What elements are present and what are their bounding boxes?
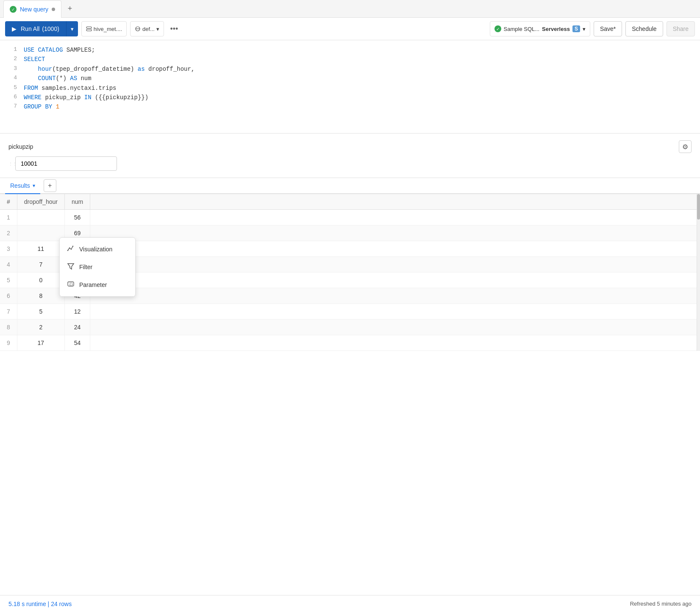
code-line-5: 5 FROM samples.nyctaxi.trips — [0, 83, 700, 93]
cell-dropoff-hour: 8 — [17, 288, 64, 304]
cell-dropoff-hour: 5 — [17, 304, 64, 320]
chart-icon — [67, 245, 75, 254]
results-chevron-icon — [33, 183, 35, 189]
save-button[interactable]: Save* — [594, 21, 622, 36]
check-circle-icon: ✓ — [494, 25, 501, 32]
parameter-settings-button[interactable]: ⚙ — [679, 140, 692, 153]
cell-dropoff-hour: 2 — [17, 320, 64, 335]
cell-dropoff-hour — [17, 210, 64, 225]
more-options-button[interactable]: ••• — [167, 22, 181, 36]
svg-text:{}: {} — [69, 283, 73, 287]
cell-row-num: 7 — [0, 304, 17, 320]
cell-dropoff-hour: 7 — [17, 257, 64, 273]
code-line-6: 6 WHERE pickup_zip IN ({{pickupzip}}) — [0, 93, 700, 102]
cell-row-num: 9 — [0, 335, 17, 351]
parameter-area: pickupzip ⚙ ⋮⋮ — [0, 134, 700, 178]
svg-rect-1 — [86, 29, 92, 31]
serverless-chevron-icon — [583, 26, 586, 32]
svg-point-5 — [69, 248, 70, 248]
cell-dropoff-hour: 0 — [17, 273, 64, 288]
table-row: 1 56 — [0, 210, 700, 225]
code-line-3: 3 hour(tpep_dropoff_datetime) as dropoff… — [0, 64, 700, 74]
cell-num-val: 12 — [64, 304, 90, 320]
cell-row-num: 3 — [0, 241, 17, 257]
cell-row-num: 2 — [0, 225, 17, 241]
tab-add-button[interactable]: + — [63, 2, 77, 16]
svg-marker-8 — [68, 264, 74, 269]
run-button-group: Run All (1000) — [5, 21, 78, 36]
parameter-label: Parameter — [79, 281, 107, 288]
cell-empty — [90, 241, 700, 257]
cell-empty — [90, 273, 700, 288]
tab-modified-dot — [52, 8, 55, 11]
cell-num-val: 56 — [64, 210, 90, 225]
drag-handle[interactable]: ⋮⋮ — [8, 161, 14, 166]
dropdown-item-filter[interactable]: Filter — [60, 258, 135, 276]
tab-check-icon: ✓ — [10, 6, 17, 13]
run-dropdown-button[interactable] — [66, 21, 78, 36]
cell-empty — [90, 335, 700, 351]
schema-icon — [135, 26, 141, 32]
scroll-track[interactable] — [697, 194, 700, 351]
code-line-4: 4 COUNT(*) AS num — [0, 74, 700, 83]
code-line-2: 2 SELECT — [0, 55, 700, 64]
cell-row-num: 6 — [0, 288, 17, 304]
table-row: 9 17 54 — [0, 335, 700, 351]
schema-chevron-icon — [156, 26, 159, 32]
cell-empty — [90, 320, 700, 335]
run-all-button[interactable]: Run All (1000) — [5, 21, 66, 36]
toolbar: Run All (1000) hive_met.... def... ••• ✓… — [0, 18, 700, 40]
cell-dropoff-hour: 17 — [17, 335, 64, 351]
cell-empty — [90, 210, 700, 225]
parameter-label: pickupzip — [8, 143, 33, 150]
refreshed-text: Refreshed 5 minutes ago — [630, 601, 692, 607]
filter-label: Filter — [79, 264, 92, 270]
parameter-input[interactable] — [15, 156, 117, 171]
add-tab-button[interactable]: + — [44, 179, 56, 192]
cell-empty — [90, 288, 700, 304]
filter-icon — [67, 262, 75, 272]
schedule-button[interactable]: Schedule — [625, 21, 663, 36]
database-icon — [86, 26, 92, 32]
cell-num-val: 54 — [64, 335, 90, 351]
col-header-empty — [90, 194, 700, 210]
cell-empty — [90, 304, 700, 320]
cell-row-num: 1 — [0, 210, 17, 225]
results-tabs-bar: Results + — [0, 178, 700, 194]
svg-point-6 — [71, 249, 72, 250]
cell-row-num: 4 — [0, 257, 17, 273]
code-line-7: 7 GROUP BY 1 — [0, 102, 700, 111]
scroll-thumb[interactable] — [697, 194, 700, 220]
svg-point-4 — [67, 250, 68, 251]
code-editor[interactable]: 1 USE CATALOG SAMPLES; 2 SELECT 3 hour(t… — [0, 40, 700, 134]
results-tab[interactable]: Results — [5, 178, 40, 194]
chevron-down-icon — [71, 26, 74, 32]
cell-empty — [90, 225, 700, 241]
col-header-hash: # — [0, 194, 17, 210]
serverless-selector[interactable]: ✓ Sample SQL... Serverless S — [490, 21, 590, 36]
add-tab-dropdown: Visualization Filter {} Parameter — [59, 237, 136, 297]
status-bar: 5.18 s runtime | 24 rows Refreshed 5 min… — [0, 595, 700, 612]
cell-row-num: 5 — [0, 273, 17, 288]
tab-new-query[interactable]: ✓ New query — [3, 0, 61, 18]
serverless-s-badge: S — [572, 25, 580, 32]
cell-row-num: 8 — [0, 320, 17, 335]
runtime-text: 5.18 s runtime | 24 rows — [8, 601, 72, 607]
visualization-label: Visualization — [79, 246, 112, 253]
cell-empty — [90, 257, 700, 273]
share-button[interactable]: Share — [667, 21, 695, 36]
dropdown-item-parameter[interactable]: {} Parameter — [60, 276, 135, 294]
svg-rect-0 — [86, 27, 92, 28]
db-schema-selector[interactable]: def... — [130, 21, 164, 36]
svg-point-7 — [72, 246, 73, 247]
tab-bar: ✓ New query + — [0, 0, 700, 18]
cell-dropoff-hour — [17, 225, 64, 241]
parameter-icon: {} — [67, 280, 75, 289]
dropdown-item-visualization[interactable]: Visualization — [60, 240, 135, 258]
table-row: 8 2 24 — [0, 320, 700, 335]
db-catalog-selector[interactable]: hive_met.... — [81, 21, 127, 36]
code-line-1: 1 USE CATALOG SAMPLES; — [0, 45, 700, 55]
col-header-num: num — [64, 194, 90, 210]
col-header-dropoff-hour: dropoff_hour — [17, 194, 64, 210]
cell-dropoff-hour: 11 — [17, 241, 64, 257]
